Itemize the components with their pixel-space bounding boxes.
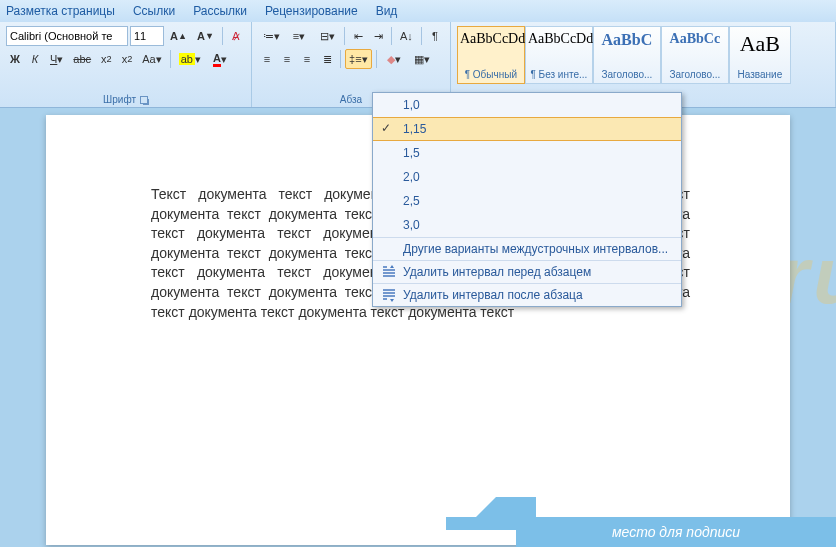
strikethrough-button[interactable]: abc [69, 49, 95, 69]
subscript-button[interactable]: x2 [97, 49, 116, 69]
separator [344, 27, 345, 45]
numbering-button[interactable]: ≡▾ [286, 26, 312, 46]
style-preview: АаВ [732, 31, 788, 57]
separator [376, 50, 377, 68]
style-label: Название [732, 69, 788, 80]
multilevel-list-button[interactable]: ⊟▾ [314, 26, 340, 46]
shading-button[interactable]: ◆▾ [381, 49, 407, 69]
separator [222, 27, 223, 45]
bold-button[interactable]: Ж [6, 49, 24, 69]
spacing-option-1.15[interactable]: 1,15 [373, 117, 681, 141]
font-color-button[interactable]: A▾ [207, 49, 233, 69]
tab-page-layout[interactable]: Разметка страницы [6, 4, 115, 18]
tab-mailings[interactable]: Рассылки [193, 4, 247, 18]
callout-text: место для подписи [612, 524, 740, 540]
remove-after-icon [381, 288, 397, 302]
signature-callout: место для подписи [516, 517, 836, 547]
spacing-option-2.5[interactable]: 2,5 [373, 189, 681, 213]
clear-formatting-button[interactable]: A̷ [227, 26, 245, 46]
line-spacing-menu: 1,0 1,15 1,5 2,0 2,5 3,0 Другие варианты… [372, 92, 682, 307]
style-heading2[interactable]: AaBbCc Заголово... [661, 26, 729, 84]
separator [391, 27, 392, 45]
style-normal[interactable]: AaBbCcDd ¶ Обычный [457, 26, 525, 84]
grow-font-button[interactable]: A▲ [166, 26, 191, 46]
line-spacing-button[interactable]: ‡≡▾ [345, 49, 372, 69]
spacing-more-options[interactable]: Другие варианты междустрочных интервалов… [373, 237, 681, 260]
style-label: Заголово... [664, 69, 726, 80]
font-family-select[interactable] [6, 26, 128, 46]
remove-before-label: Удалить интервал перед абзацем [403, 265, 591, 279]
underline-button[interactable]: Ч ▾ [46, 49, 67, 69]
font-group-label: Шрифт [103, 94, 136, 105]
font-dialog-launcher-icon[interactable] [140, 96, 148, 104]
superscript-button[interactable]: x2 [118, 49, 137, 69]
increase-indent-button[interactable]: ⇥ [369, 26, 387, 46]
style-heading1[interactable]: AaBbC Заголово... [593, 26, 661, 84]
remove-space-after[interactable]: Удалить интервал после абзаца [373, 283, 681, 306]
align-center-button[interactable]: ≡ [278, 49, 296, 69]
italic-button[interactable]: К [26, 49, 44, 69]
align-right-button[interactable]: ≡ [298, 49, 316, 69]
spacing-option-2.0[interactable]: 2,0 [373, 165, 681, 189]
remove-before-icon [381, 265, 397, 279]
callout-arrow [474, 497, 536, 519]
tab-view[interactable]: Вид [376, 4, 398, 18]
ribbon-tabs: Разметка страницы Ссылки Рассылки Реценз… [0, 0, 836, 22]
spacing-option-3.0[interactable]: 3,0 [373, 213, 681, 237]
style-preview: AaBbCcDd [460, 31, 522, 47]
spacing-option-1.5[interactable]: 1,5 [373, 141, 681, 165]
bullets-button[interactable]: ≔▾ [258, 26, 284, 46]
separator [421, 27, 422, 45]
style-preview: AaBbC [596, 31, 658, 49]
separator [340, 50, 341, 68]
spacing-more-label: Другие варианты междустрочных интервалов… [403, 242, 668, 256]
style-preview: AaBbCcDd [528, 31, 590, 47]
style-label: ¶ Без инте... [528, 69, 590, 80]
sort-button[interactable]: A↓ [396, 26, 417, 46]
font-group: A▲ A▼ A̷ Ж К Ч ▾ abc x2 x2 Aa▾ ab▾ A▾ Шр… [0, 22, 252, 107]
borders-button[interactable]: ▦▾ [409, 49, 435, 69]
style-preview: AaBbCc [664, 31, 726, 47]
style-label: ¶ Обычный [460, 69, 522, 80]
show-marks-button[interactable]: ¶ [426, 26, 444, 46]
change-case-button[interactable]: Aa▾ [138, 49, 165, 69]
align-left-button[interactable]: ≡ [258, 49, 276, 69]
highlight-button[interactable]: ab▾ [175, 49, 205, 69]
shrink-font-button[interactable]: A▼ [193, 26, 218, 46]
tab-references[interactable]: Ссылки [133, 4, 175, 18]
spacing-options-icon [381, 242, 397, 256]
style-label: Заголово... [596, 69, 658, 80]
tab-review[interactable]: Рецензирование [265, 4, 358, 18]
style-title[interactable]: АаВ Название [729, 26, 791, 84]
style-no-spacing[interactable]: AaBbCcDd ¶ Без инте... [525, 26, 593, 84]
spacing-option-1.0[interactable]: 1,0 [373, 93, 681, 117]
justify-button[interactable]: ≣ [318, 49, 336, 69]
decrease-indent-button[interactable]: ⇤ [349, 26, 367, 46]
separator [170, 50, 171, 68]
font-size-select[interactable] [130, 26, 164, 46]
remove-space-before[interactable]: Удалить интервал перед абзацем [373, 260, 681, 283]
remove-after-label: Удалить интервал после абзаца [403, 288, 583, 302]
paragraph-group-label: Абза [340, 94, 362, 105]
